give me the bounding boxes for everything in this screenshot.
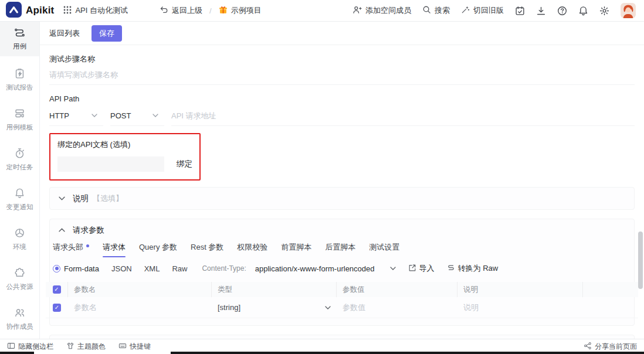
gear-icon[interactable] [599, 6, 609, 16]
apikit-logo-icon [6, 2, 22, 19]
search-label: 搜索 [435, 5, 450, 16]
tab-pre-script[interactable]: 前置脚本 [281, 242, 311, 257]
description-section-header[interactable]: 说明 【选填】 [50, 188, 634, 209]
undo-icon [160, 5, 168, 16]
members-icon [14, 307, 25, 319]
param-desc-input[interactable] [463, 303, 577, 312]
back-to-parent[interactable]: 返回上级 [160, 5, 202, 16]
unsaved-dot [86, 244, 89, 247]
switch-to-old-button[interactable]: 切回旧版 [461, 5, 504, 16]
description-optional-hint: 【选填】 [93, 193, 123, 204]
top-bar: Apikit API 自动化测试 返回上级 / 示例项目 添加空间成员 搜索 [0, 0, 644, 22]
protocol-select[interactable]: HTTP [49, 105, 103, 126]
convert-to-raw-button[interactable]: 转换为 Raw [447, 263, 499, 274]
method-select[interactable]: POST [110, 105, 164, 126]
content-type-select[interactable]: application/x-www-form-urlencoded [255, 264, 396, 273]
bind-doc-label: 绑定的API文档 (选填) [57, 139, 192, 150]
user-avatar[interactable] [621, 3, 636, 18]
tab-label: Rest 参数 [191, 242, 223, 253]
tab-auth-check[interactable]: 权限校验 [237, 242, 267, 257]
sidebar-item-scheduled-tasks[interactable]: 定时任务 [0, 142, 39, 177]
chevron-down-icon [91, 114, 97, 117]
tab-label: Query 参数 [139, 242, 177, 253]
format-option-xml[interactable]: XML [144, 264, 160, 273]
row-checkbox[interactable]: ✓ [53, 304, 61, 312]
sidebar-item-case-templates[interactable]: 用例模板 [0, 103, 39, 137]
request-params-header[interactable]: 请求参数 [50, 219, 634, 241]
param-name-input[interactable] [74, 303, 206, 312]
sidebar-item-test-reports[interactable]: 测试报告 [0, 63, 39, 97]
add-space-member-button[interactable]: 添加空间成员 [352, 5, 411, 16]
timer-icon [14, 148, 25, 160]
extract-result-header[interactable]: 提取返回结果，可被后续测试步骤引用 [50, 335, 634, 339]
tab-test-settings[interactable]: 测试设置 [369, 242, 399, 257]
share-page-button[interactable]: 分享当前页面 [584, 342, 637, 352]
search-button[interactable]: 搜索 [422, 5, 450, 16]
description-title: 说明 [73, 193, 89, 204]
back-to-parent-label: 返回上级 [172, 5, 202, 16]
sidebar-item-use-cases[interactable]: 用例 [0, 22, 39, 56]
tab-query-params[interactable]: Query 参数 [139, 242, 177, 257]
back-to-list-link[interactable]: 返回列表 [49, 28, 80, 39]
project-name: 示例项目 [231, 5, 262, 16]
select-all-checkbox[interactable]: ✓ [53, 285, 61, 294]
bind-doc-input[interactable] [57, 156, 164, 172]
breadcrumb-project[interactable]: 示例项目 [219, 5, 262, 16]
api-url-input[interactable] [171, 105, 635, 126]
tab-label: 请求头部 [53, 242, 83, 253]
format-option-form-data[interactable]: Form-data [53, 264, 99, 273]
screen-edge-artifact [0, 352, 34, 354]
param-type-select[interactable]: [string] [218, 303, 331, 312]
hide-sidebar-button[interactable]: 隐藏侧边栏 [7, 342, 53, 352]
header-param-type: 类型 [212, 282, 337, 297]
report-icon [14, 68, 25, 80]
tab-post-script[interactable]: 后置脚本 [325, 242, 355, 257]
bell-icon[interactable] [578, 6, 588, 16]
format-option-json[interactable]: JSON [111, 264, 132, 273]
api-path-label: API Path [49, 94, 635, 103]
tab-label: 前置脚本 [281, 242, 311, 253]
add-space-member-label: 添加空间成员 [365, 5, 411, 16]
calendar-icon[interactable] [515, 6, 525, 16]
apikit-app: Apikit API 自动化测试 返回上级 / 示例项目 添加空间成员 搜索 [0, 0, 644, 354]
theme-color-button[interactable]: 主题颜色 [66, 342, 106, 352]
bind-button[interactable]: 绑定 [177, 159, 192, 169]
param-value-input[interactable] [343, 303, 452, 312]
switch-to-old-label: 切回旧版 [473, 5, 504, 16]
chevron-down-icon [390, 267, 396, 270]
vertical-scrollbar[interactable] [638, 232, 643, 289]
step-name-input[interactable] [49, 64, 635, 85]
chevron-down-icon [59, 196, 65, 200]
tab-rest-params[interactable]: Rest 参数 [191, 242, 223, 257]
convert-icon [447, 264, 455, 274]
sidebar-item-label: 定时任务 [6, 163, 33, 172]
page-toolbar: 返回列表 保存 [40, 22, 644, 45]
sidebar-item-collaborators[interactable]: 协作成员 [0, 302, 39, 336]
help-icon[interactable] [557, 6, 567, 16]
shortcuts-button[interactable]: 快捷键 [118, 342, 151, 352]
left-sidebar: 用例 测试报告 用例模板 定时任务 变更通知 环境 [0, 22, 40, 339]
steps-icon [14, 27, 25, 39]
save-button[interactable]: 保存 [91, 25, 122, 42]
sidebar-item-environment[interactable]: 环境 [0, 222, 39, 257]
format-option-raw[interactable]: Raw [172, 264, 187, 273]
sidebar-item-public-resources[interactable]: 公共资源 [0, 262, 39, 297]
bind-api-doc-highlight-box: 绑定的API文档 (选填) 绑定 [49, 133, 201, 181]
download-icon[interactable] [536, 6, 546, 16]
description-section: 说明 【选填】 [49, 187, 635, 210]
add-member-icon [352, 5, 362, 16]
sidebar-item-change-notifications[interactable]: 变更通知 [0, 182, 39, 217]
request-params-section: 请求参数 请求头部 请求体 Query 参数 Rest 参数 权限校验 前置脚本… [49, 219, 635, 326]
chevron-up-icon [59, 228, 65, 232]
method-value: POST [110, 111, 131, 120]
breadcrumb-separator: / [209, 6, 212, 15]
app-logo[interactable]: Apikit [6, 2, 54, 19]
share-icon [584, 342, 592, 352]
workspace-switcher[interactable]: API 自动化测试 [63, 5, 128, 16]
import-button[interactable]: 导入 [408, 263, 435, 274]
tab-request-body[interactable]: 请求体 [103, 242, 126, 257]
sidebar-item-label: 变更通知 [6, 203, 33, 212]
resources-icon [14, 267, 25, 280]
protocol-value: HTTP [49, 111, 69, 120]
tab-request-headers[interactable]: 请求头部 [53, 242, 89, 257]
